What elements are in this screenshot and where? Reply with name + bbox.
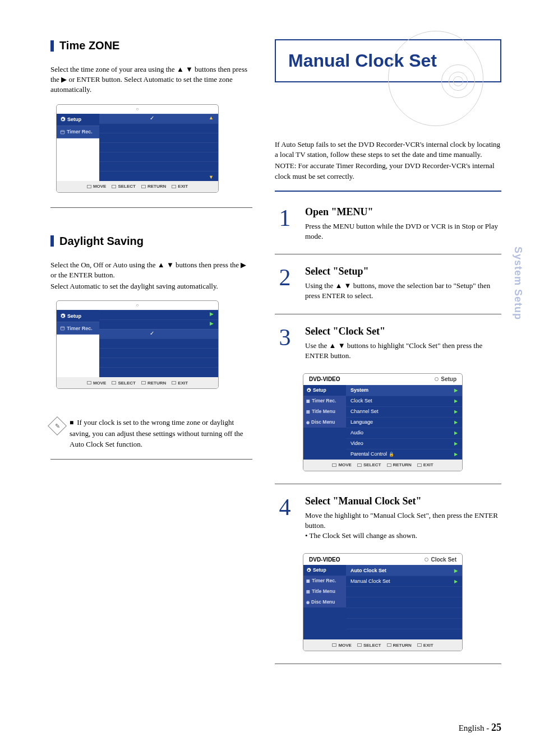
osd-footer-move: MOVE (93, 381, 107, 386)
gear-icon (306, 388, 311, 393)
osd-sidebar-title-menu: ▤Title Menu (303, 586, 346, 597)
chevron-right-icon: ▶ (454, 428, 458, 438)
divider (275, 484, 501, 484)
osd-sidebar-setup-label: Setup (67, 113, 81, 126)
svg-rect-2 (61, 327, 64, 330)
osd-footer: MOVE SELECT RETURN EXIT (57, 377, 218, 388)
divider (50, 207, 252, 208)
step-body: Press the MENU button while the DVD or V… (305, 221, 501, 242)
underline (275, 191, 501, 192)
osd-sidebar-timer: ▦Timer Rec. (303, 576, 346, 586)
menu-item-audio: Audio▶ (346, 428, 462, 438)
check-icon: ✓ (150, 115, 154, 121)
osd-setup-menu: DVD-VIDEO Setup Setup ▦Timer Rec. ▤Title… (303, 373, 463, 471)
divider (275, 254, 501, 254)
gear-icon (60, 117, 66, 122)
osd-sidebar-timer: ▦Timer Rec. (303, 396, 346, 406)
intro-text-1: If Auto Setup fails to set the DVD Recor… (275, 140, 501, 160)
note-icon: ✎ (48, 416, 67, 435)
chevron-right-icon: ▶ (454, 385, 458, 396)
menu-item-language: Language▶ (346, 417, 462, 428)
osd-footer-exit: EXIT (178, 184, 188, 189)
chevron-right-icon: ▶ (454, 576, 458, 587)
osd-sidebar-setup: Setup (57, 114, 99, 126)
osd-footer: MOVE SELECT RETURN EXIT (57, 181, 218, 192)
step-number: 1 (275, 206, 295, 242)
menu-item-channel-set: Channel Set▶ (346, 406, 462, 417)
osd-sidebar-setup: Setup (57, 310, 99, 322)
step-heading: Open "MENU" (305, 206, 501, 218)
chevron-right-icon: ▶ (454, 565, 458, 576)
osd-timezone: ○ Setup Timer Rec. ✓ ▲ (56, 104, 219, 193)
osd-sidebar-timer: Timer Rec. (57, 126, 99, 138)
triangle-up-icon: ▲ (209, 115, 214, 120)
section-header-timezone: Time ZONE (50, 39, 252, 52)
step-heading: Select "Clock Set" (305, 326, 501, 337)
divider (275, 314, 501, 314)
osd-header-left: DVD-VIDEO (309, 376, 340, 382)
step-number: 4 (275, 495, 295, 541)
daylight-body2: Select Automatic to set the daylight sav… (50, 281, 252, 291)
calendar-icon (60, 129, 65, 134)
step-body: Move the highlight to "Manual Clock Set"… (305, 511, 501, 531)
bullet-icon: ■ (70, 419, 73, 426)
section-header-daylight: Daylight Saving (50, 235, 252, 248)
step-heading: Select "Setup" (305, 266, 501, 277)
osd-footer-select: SELECT (118, 381, 136, 386)
osd-sidebar-setup: Setup (303, 565, 346, 576)
step-number: 3 (275, 326, 295, 361)
step-body: Using the ▲ ▼ buttons, move the selectio… (305, 281, 501, 301)
osd-footer-move: MOVE (93, 184, 107, 189)
step-3: 3 Select "Clock Set" Use the ▲ ▼ buttons… (275, 322, 501, 365)
menu-item-auto-clock: Auto Clock Set▶ (346, 565, 462, 576)
osd-sidebar-title-menu: ▤Title Menu (303, 406, 346, 417)
chevron-right-icon: ▶ (454, 438, 458, 449)
divider (50, 459, 252, 460)
osd-titlebar: ○ (57, 105, 218, 114)
daylight-title: Daylight Saving (59, 235, 144, 248)
step-4: 4 Select "Manual Clock Set" Move the hig… (275, 492, 501, 546)
menu-item-system: System▶ (346, 385, 462, 396)
timezone-body: Select the time zone of your area using … (50, 64, 252, 95)
chevron-right-icon: ▶ (210, 311, 214, 317)
osd-footer: MOVE SELECT RETURN EXIT (303, 639, 462, 651)
osd-daylight: ○ Setup Timer Rec. (56, 300, 219, 389)
calendar-icon (60, 326, 65, 331)
page-columns: Time ZONE Select the time zone of your a… (50, 39, 501, 672)
osd-footer-return: RETURN (147, 184, 166, 189)
note-text: ■If your clock is set to the wrong time … (70, 417, 252, 450)
intro-text-2: NOTE: For accurate Timer Recording, your… (275, 161, 501, 181)
chevron-right-icon: ▶ (454, 449, 458, 460)
gear-icon (60, 313, 66, 319)
osd-sidebar-timer-label: Timer Rec. (67, 322, 93, 335)
triangle-down-icon: ▼ (209, 174, 214, 180)
page-title: Manual Clock Set (288, 50, 488, 71)
footer-page-number: 25 (491, 722, 501, 733)
osd-header-right: Setup (441, 376, 456, 382)
osd-footer-exit: EXIT (178, 381, 188, 386)
left-column: Time ZONE Select the time zone of your a… (50, 39, 252, 672)
osd-footer-return: RETURN (147, 381, 166, 386)
osd-header-right: Clock Set (431, 556, 456, 563)
header-tick-icon (50, 40, 54, 52)
chevron-right-icon: ▶ (454, 417, 458, 428)
divider (275, 664, 501, 664)
osd-footer-select: SELECT (118, 184, 136, 189)
osd-titlebar: ○ (57, 301, 218, 310)
lock-icon: 🔒 (389, 452, 394, 457)
osd-sidebar-disc-menu: ◉Disc Menu (303, 417, 346, 428)
menu-item-clock-set: Clock Set▶ (346, 396, 462, 406)
osd-sidebar-disc-menu: ◉Disc Menu (303, 597, 346, 607)
step-1: 1 Open "MENU" Press the MENU button whil… (275, 203, 501, 246)
osd-clock-set-menu: DVD-VIDEO Clock Set Setup ▦Timer Rec. ▤T… (303, 553, 463, 651)
header-tick-icon (50, 235, 54, 247)
right-column: Manual Clock Set If Auto Setup fails to … (275, 39, 501, 672)
chevron-right-icon: ▶ (210, 321, 214, 326)
step-2: 2 Select "Setup" Using the ▲ ▼ buttons, … (275, 262, 501, 305)
menu-item-parental: Parental Control 🔒▶ (346, 449, 462, 460)
svg-rect-0 (61, 130, 64, 133)
check-icon: ✓ (150, 330, 154, 336)
osd-header-left: DVD-VIDEO (309, 556, 340, 563)
menu-item-manual-clock: Manual Clock Set▶ (346, 576, 462, 586)
note-block: ✎ ■If your clock is set to the wrong tim… (50, 417, 252, 450)
